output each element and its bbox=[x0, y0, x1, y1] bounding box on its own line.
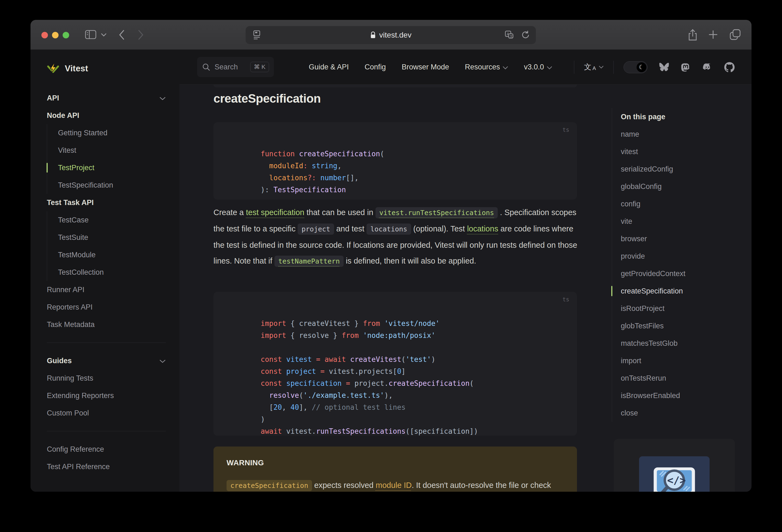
text: is defined, then it will also be applied… bbox=[344, 256, 476, 265]
url-bar[interactable]: vitest.dev A 文 bbox=[246, 26, 536, 44]
zoom-window-button[interactable] bbox=[63, 32, 69, 38]
code-token: , bbox=[282, 403, 290, 412]
sidebar-item-task-metadata[interactable]: Task Metadata bbox=[47, 316, 166, 333]
inline-code: project bbox=[297, 223, 334, 235]
code-token: TestSpecification bbox=[273, 186, 346, 194]
sidebar-item-testmodule[interactable]: TestModule bbox=[58, 246, 166, 263]
discord-icon[interactable] bbox=[702, 63, 713, 72]
toc-item-createspecification[interactable]: createSpecification bbox=[621, 282, 721, 300]
link-locations[interactable]: locations bbox=[467, 224, 498, 233]
sidebar-item-test-task-api[interactable]: Test Task API bbox=[47, 194, 166, 211]
forward-icon[interactable] bbox=[137, 29, 144, 41]
code-token: number bbox=[316, 174, 346, 182]
toc-item-browser[interactable]: browser bbox=[621, 230, 721, 247]
sidebar-item-reporters-api[interactable]: Reporters API bbox=[47, 298, 166, 316]
sidebar-item-testcollection[interactable]: TestCollection bbox=[58, 263, 166, 281]
code-token: ): bbox=[260, 186, 273, 194]
new-tab-icon[interactable] bbox=[708, 29, 718, 40]
nav-config[interactable]: Config bbox=[365, 63, 386, 71]
toc-item-vite[interactable]: vite bbox=[621, 213, 721, 230]
search-input[interactable]: Search ⌘ K bbox=[197, 57, 274, 77]
toc-item-globtestfiles[interactable]: globTestFiles bbox=[621, 317, 721, 334]
logo-title: Vitest bbox=[65, 64, 88, 73]
toc-item-serializedconfig[interactable]: serializedConfig bbox=[621, 161, 721, 178]
toc: On this page name vitest serializedConfi… bbox=[612, 108, 721, 422]
logo[interactable]: Vitest bbox=[47, 50, 166, 82]
tabs-overview-icon[interactable] bbox=[729, 29, 741, 41]
description-paragraph: Create a test specification that can be … bbox=[213, 205, 586, 269]
code-token: createSpecification bbox=[299, 150, 380, 158]
code-token: string bbox=[308, 162, 337, 170]
code-token: await bbox=[260, 427, 282, 435]
link-runtestspecifications[interactable]: vitest.runTestSpecifications bbox=[376, 207, 498, 218]
sidebar-toggle-icon[interactable] bbox=[85, 30, 96, 39]
sidebar-item-testcase[interactable]: TestCase bbox=[58, 211, 166, 229]
nav-version[interactable]: v3.0.0 bbox=[524, 63, 552, 71]
sidebar-item-test-api-reference[interactable]: Test API Reference bbox=[47, 458, 166, 475]
sidebar-section-guides[interactable]: Guides bbox=[47, 352, 166, 369]
nav-guide-api[interactable]: Guide & API bbox=[309, 63, 349, 71]
toc-item-matchestestglob[interactable]: matchesTestGlob bbox=[621, 334, 721, 352]
close-window-button[interactable] bbox=[41, 32, 48, 38]
toc-item-isrootproject[interactable]: isRootProject bbox=[621, 300, 721, 317]
reload-icon[interactable] bbox=[521, 30, 530, 39]
sidebar-item-extending-reporters[interactable]: Extending Reporters bbox=[47, 387, 166, 404]
vitest-logo-icon bbox=[47, 62, 59, 75]
code-token: specification bbox=[414, 427, 470, 435]
code-token: ([ bbox=[405, 427, 414, 435]
sidebar-section-api[interactable]: API bbox=[47, 89, 166, 107]
code-token: ( bbox=[299, 391, 303, 399]
code-token: const bbox=[260, 367, 282, 376]
toc-item-vitest[interactable]: vitest bbox=[621, 143, 721, 161]
code-token: vitest bbox=[282, 427, 312, 435]
sidebar-item-config-reference[interactable]: Config Reference bbox=[47, 440, 166, 458]
code-token: await bbox=[325, 355, 346, 363]
share-icon[interactable] bbox=[687, 29, 698, 41]
code-token: createSpecification bbox=[389, 379, 469, 387]
toc-item-provide[interactable]: provide bbox=[621, 247, 721, 265]
sidebar-item-getting-started[interactable]: Getting Started bbox=[58, 124, 166, 142]
link-module-id[interactable]: module ID bbox=[376, 481, 412, 490]
link-test-specification[interactable]: test specification bbox=[246, 208, 304, 217]
toc-item-ontestsrerun[interactable]: onTestsRerun bbox=[621, 369, 721, 387]
sidebar-item-testsuite[interactable]: TestSuite bbox=[58, 229, 166, 246]
back-icon[interactable] bbox=[118, 29, 125, 41]
toc-item-getprovidedcontext[interactable]: getProvidedContext bbox=[621, 265, 721, 282]
warning-callout: WARNING createSpecification expects reso… bbox=[213, 447, 577, 492]
minimize-window-button[interactable] bbox=[52, 32, 59, 38]
toc-item-isbrowserenabled[interactable]: isBrowserEnabled bbox=[621, 387, 721, 404]
sidebar-item-custom-pool[interactable]: Custom Pool bbox=[47, 404, 166, 422]
sidebar-item-vitest[interactable]: Vitest bbox=[58, 142, 166, 159]
code-token: locations bbox=[260, 174, 308, 182]
text: that can be used in bbox=[305, 208, 376, 217]
sidebar-item-node-api[interactable]: Node API bbox=[47, 107, 166, 124]
toc-item-name[interactable]: name bbox=[621, 126, 721, 143]
github-icon[interactable] bbox=[724, 62, 735, 72]
sponsor-card[interactable]: </> bbox=[614, 439, 735, 492]
page-translate-icon[interactable]: A 文 bbox=[504, 30, 514, 40]
sidebar-item-running-tests[interactable]: Running Tests bbox=[47, 369, 166, 387]
toolbar-chevron-down-icon[interactable] bbox=[101, 33, 107, 37]
nav-resources[interactable]: Resources bbox=[465, 63, 508, 71]
code-token: = bbox=[316, 355, 325, 363]
bluesky-icon[interactable] bbox=[659, 63, 669, 72]
code-token: vitest bbox=[282, 355, 316, 363]
code-lang-badge: ts bbox=[563, 127, 569, 133]
code-token: resolve bbox=[260, 391, 299, 399]
translations-icon[interactable]: 文A bbox=[584, 64, 604, 71]
toc-item-config[interactable]: config bbox=[621, 195, 721, 213]
code-token: moduleId bbox=[260, 162, 303, 170]
toc-item-import[interactable]: import bbox=[621, 352, 721, 369]
sidebar-item-runner-api[interactable]: Runner API bbox=[47, 281, 166, 298]
link-testnamepattern[interactable]: testNamePattern bbox=[275, 256, 344, 267]
toc-item-globalconfig[interactable]: globalConfig bbox=[621, 178, 721, 195]
sidebar-item-testproject[interactable]: TestProject bbox=[58, 159, 166, 176]
theme-toggle[interactable]: ☾ bbox=[624, 61, 647, 73]
nav-browser-mode[interactable]: Browser Mode bbox=[402, 63, 449, 71]
nav-links: Guide & API Config Browser Mode Resource… bbox=[309, 50, 552, 84]
code-token: ?: bbox=[308, 174, 316, 182]
sidebar-item-testspecification[interactable]: TestSpecification bbox=[58, 176, 166, 194]
mastodon-icon[interactable] bbox=[681, 62, 690, 72]
code-line: function createSpecification( bbox=[226, 136, 564, 148]
toc-item-close[interactable]: close bbox=[621, 404, 721, 422]
